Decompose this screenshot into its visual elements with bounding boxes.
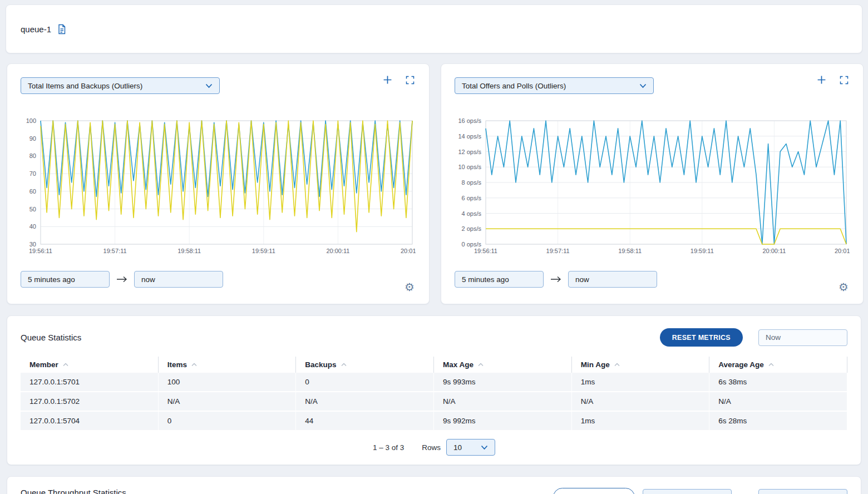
stats-time-input[interactable]: Now [758,329,847,346]
svg-text:19:58:11: 19:58:11 [618,248,642,254]
queue-statistics-card: Queue Statistics RESET METRICS Now Membe… [7,315,861,465]
svg-text:19:58:11: 19:58:11 [177,248,201,254]
svg-text:90: 90 [29,135,36,142]
table-body: 127.0.0.1:570110009s 993ms1ms6s 38ms127.… [21,373,847,431]
svg-text:2 ops/s: 2 ops/s [462,225,482,232]
svg-text:19:57:11: 19:57:11 [103,248,127,254]
offers-polls-chart: 19:56:1119:57:1119:58:1119:59:1120:00:11… [455,116,850,256]
table-row: 127.0.0.1:57040449s 992ms1ms6s 28ms [21,412,847,431]
svg-text:20:01:11: 20:01:11 [401,248,416,254]
items-backups-chart: 19:56:1119:57:1119:58:1119:59:1120:00:11… [21,116,416,256]
fullscreen-icon[interactable] [840,76,849,85]
svg-text:100: 100 [26,117,36,124]
fullscreen-icon[interactable] [406,76,415,85]
column-header[interactable]: Min Age [572,357,710,373]
chart-metric-select[interactable]: Total Items and Backups (Outliers) [21,77,220,94]
svg-text:20:01:11: 20:01:11 [835,248,850,254]
rows-per-page-value: 10 [453,443,462,452]
svg-text:12 ops/s: 12 ops/s [458,149,481,155]
document-icon[interactable] [57,24,67,34]
column-header[interactable]: Items [159,357,297,373]
rows-per-page-select[interactable]: 10 [446,439,495,456]
table-row: 127.0.0.1:570110009s 993ms1ms6s 38ms [21,373,847,392]
svg-text:19:57:11: 19:57:11 [546,248,570,254]
svg-text:16 ops/s: 16 ops/s [458,117,481,124]
sort-caret-icon [478,363,484,367]
svg-text:70: 70 [29,170,36,177]
column-header[interactable]: Backups [296,357,434,373]
table-cell: N/A [159,392,297,411]
table-cell: 0 [159,412,297,430]
time-from-input[interactable]: 5 minutes ago [21,271,110,288]
svg-text:4 ops/s: 4 ops/s [462,210,482,217]
table-cell: 6s 38ms [709,373,847,391]
column-header[interactable]: Member [21,357,159,373]
svg-text:40: 40 [29,223,36,230]
table-cell: 0 [296,373,434,391]
gear-icon[interactable]: ⚙ [839,281,849,293]
table-header: MemberItemsBackupsMax AgeMin AgeAverage … [21,357,847,373]
rows-per-page-label: Rows [422,443,441,452]
chart-metric-select[interactable]: Total Offers and Polls (Outliers) [455,77,654,94]
time-to-input[interactable]: now [568,271,657,288]
sort-caret-icon [341,363,347,367]
table-cell: 127.0.0.1:5702 [21,392,159,411]
queue-statistics-table: MemberItemsBackupsMax AgeMin AgeAverage … [21,357,847,431]
svg-text:19:56:11: 19:56:11 [29,248,52,254]
table-cell: N/A [709,392,847,411]
arrow-right-icon [550,276,561,283]
svg-text:50: 50 [29,206,36,213]
svg-text:60: 60 [29,188,36,195]
table-cell: N/A [572,392,710,411]
chart-card-offers-polls: Total Offers and Polls (Outliers) 19:56:… [441,63,864,304]
table-cell: 100 [159,373,297,391]
chevron-down-icon [205,83,213,88]
reset-metrics-button[interactable]: RESET METRICS [660,328,743,347]
queue-statistics-title: Queue Statistics [21,333,81,342]
sort-caret-icon [614,363,620,367]
queue-throughput-card: Queue Throughput Statistics RESET METRIC… [7,476,861,494]
sort-caret-icon [63,363,68,367]
chart-card-items-backups: Total Items and Backups (Outliers) 19:56… [7,63,430,304]
table-cell: 6s 28ms [709,412,847,430]
time-from-input[interactable]: 5 minutes ago [455,271,544,288]
charts-row: Total Items and Backups (Outliers) 19:56… [7,63,861,304]
gear-icon[interactable]: ⚙ [405,281,415,293]
sort-caret-icon [768,363,774,367]
svg-text:19:59:11: 19:59:11 [252,248,275,254]
add-chart-icon[interactable] [817,75,826,85]
arrow-right-icon [116,276,127,283]
page-title: queue-1 [21,24,51,34]
table-cell: 127.0.0.1:5701 [21,373,159,391]
pagination-range: 1 – 3 of 3 [373,443,404,452]
table-cell: N/A [296,392,434,411]
time-to-input[interactable]: now [134,271,223,288]
svg-text:10 ops/s: 10 ops/s [458,164,481,170]
svg-text:0 ops/s: 0 ops/s [462,241,482,248]
add-chart-icon[interactable] [383,75,392,85]
chart-metric-select-value: Total Items and Backups (Outliers) [28,82,142,90]
svg-text:20:00:11: 20:00:11 [326,248,349,254]
chevron-down-icon [481,445,488,450]
chart-metric-select-value: Total Offers and Polls (Outliers) [462,82,566,90]
column-header[interactable]: Max Age [434,357,572,373]
column-header[interactable]: Average Age [709,357,847,373]
svg-text:6 ops/s: 6 ops/s [462,195,482,201]
reset-metrics-button[interactable]: RESET METRICS [553,488,635,494]
svg-text:80: 80 [29,152,36,159]
svg-text:30: 30 [29,241,36,248]
table-cell: N/A [434,392,572,411]
svg-text:14 ops/s: 14 ops/s [458,133,481,140]
time-to-input[interactable]: now [758,489,847,494]
table-cell: 44 [296,412,434,430]
table-cell: 9s 992ms [434,412,572,430]
table-row: 127.0.0.1:5702N/AN/AN/AN/AN/A [21,392,847,412]
sort-caret-icon [191,363,197,367]
queue-throughput-title: Queue Throughput Statistics [21,488,126,494]
table-cell: 1ms [572,412,710,430]
svg-text:19:59:11: 19:59:11 [691,248,714,254]
queue-title-card: queue-1 [6,4,862,53]
pagination: 1 – 3 of 3 Rows 10 [21,439,847,456]
svg-text:8 ops/s: 8 ops/s [462,179,482,186]
time-from-input[interactable]: 5 minutes ago [643,489,732,494]
